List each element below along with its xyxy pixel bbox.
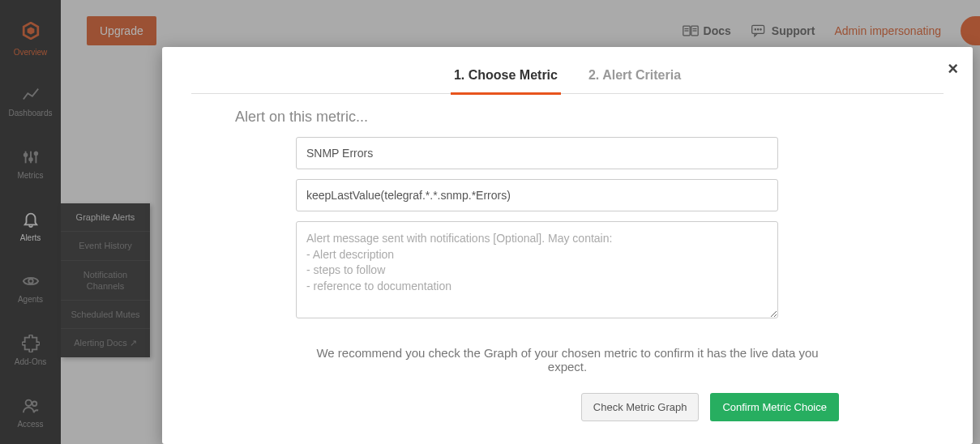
check-metric-graph-button[interactable]: Check Metric Graph <box>581 393 700 421</box>
alert-message-textarea[interactable] <box>296 221 778 318</box>
recommend-text: We recommend you check the Graph of your… <box>296 346 839 374</box>
alert-modal: × 1. Choose Metric 2. Alert Criteria Ale… <box>162 47 973 444</box>
metric-query-input[interactable] <box>296 179 778 211</box>
close-icon[interactable]: × <box>948 58 958 79</box>
tab-choose-metric[interactable]: 1. Choose Metric <box>451 62 561 95</box>
section-title: Alert on this metric... <box>235 109 839 126</box>
modal-tabs: 1. Choose Metric 2. Alert Criteria <box>191 62 944 94</box>
confirm-metric-choice-button[interactable]: Confirm Metric Choice <box>710 393 839 421</box>
alert-name-input[interactable] <box>296 137 778 169</box>
tab-alert-criteria[interactable]: 2. Alert Criteria <box>585 62 684 95</box>
